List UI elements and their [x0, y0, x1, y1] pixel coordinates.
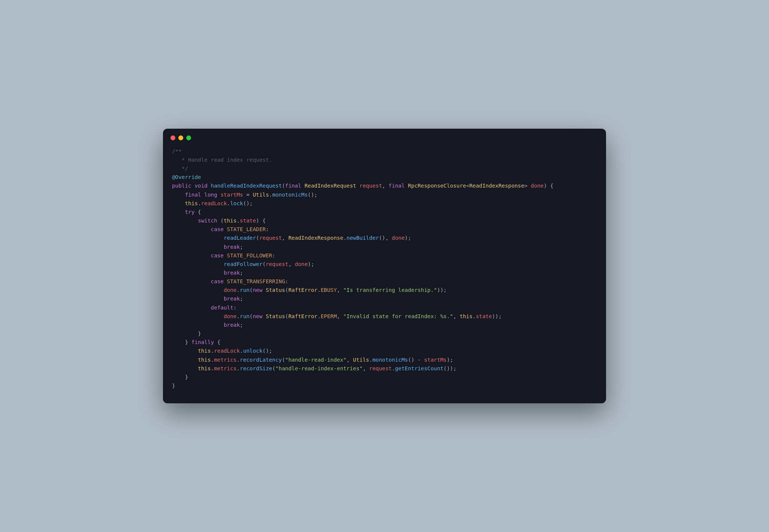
type: RpcResponseClosure [408, 183, 466, 189]
window-titlebar [163, 129, 606, 143]
param: request [369, 365, 392, 371]
string-literal: "Is transferring leadership." [343, 287, 437, 293]
property: readLock [201, 200, 227, 206]
method-call: unlock [243, 348, 262, 354]
property: metrics [214, 365, 237, 371]
param: done [224, 287, 237, 293]
method-call: monotonicMs [272, 192, 308, 198]
method-call: recordSize [240, 365, 272, 371]
type: ReadIndexResponse [288, 235, 343, 241]
type: Status [266, 313, 285, 319]
param: done [392, 235, 404, 241]
type: Status [266, 287, 285, 293]
constant: EPERM [321, 313, 337, 319]
keyword: break [224, 270, 240, 276]
string-literal: "handle-read-index-entries" [275, 365, 362, 371]
type: ReadIndexResponse [469, 183, 524, 189]
keyword: switch [198, 218, 217, 224]
type: Utils [353, 357, 369, 363]
param: request [259, 235, 282, 241]
property: state [240, 218, 256, 224]
constant: STATE_LEADER [227, 226, 265, 232]
method-call: newBuilder [347, 235, 379, 241]
keyword: new [253, 287, 262, 293]
string-literal: "handle-read-index" [285, 357, 347, 363]
param: done [224, 313, 237, 319]
comment-line: * Handle read index request. [172, 157, 272, 163]
method-call: lock [230, 200, 243, 206]
keyword: public [172, 183, 191, 189]
method-name: handleReadIndexRequest [211, 183, 282, 189]
keyword: case [211, 278, 223, 284]
param: done [295, 261, 308, 267]
this-keyword: this [185, 200, 198, 206]
keyword: new [253, 313, 262, 319]
keyword: break [224, 296, 240, 302]
method-call: readLeader [224, 235, 256, 241]
keyword: case [211, 252, 223, 258]
keyword: finally [191, 339, 214, 345]
code-window: /** * Handle read index request. */ @Ove… [163, 129, 606, 403]
type: RaftError [288, 287, 317, 293]
keyword: final [285, 183, 301, 189]
method-call: run [240, 313, 250, 319]
property: readLock [214, 348, 240, 354]
method-call: run [240, 287, 250, 293]
property: state [476, 313, 492, 319]
keyword: void [195, 183, 207, 189]
string-literal: "Invalid state for readIndex: %s." [343, 313, 453, 319]
property: metrics [214, 357, 237, 363]
type: RaftError [288, 313, 317, 319]
method-call: monotonicMs [372, 357, 408, 363]
this-keyword: this [198, 348, 211, 354]
minimize-button[interactable] [178, 135, 183, 140]
close-button[interactable] [170, 135, 175, 140]
keyword: default [211, 305, 233, 311]
keyword: break [224, 322, 240, 328]
annotation: @Override [172, 174, 201, 180]
constant: STATE_TRANSFERRING [227, 278, 285, 284]
keyword: final [185, 192, 201, 198]
type: Utils [253, 192, 269, 198]
this-keyword: this [460, 313, 472, 319]
keyword: case [211, 226, 223, 232]
param: done [531, 183, 544, 189]
param: request [359, 183, 382, 189]
this-keyword: this [198, 357, 211, 363]
keyword: try [185, 209, 195, 215]
this-keyword: this [198, 365, 211, 371]
comment-line: */ [172, 165, 188, 171]
constant: EBUSY [321, 287, 337, 293]
comment-line: /** [172, 148, 182, 154]
method-call: recordLatency [240, 357, 282, 363]
maximize-button[interactable] [186, 135, 191, 140]
method-call: getEntriesCount [395, 365, 443, 371]
type: ReadIndexRequest [305, 183, 356, 189]
param: request [266, 261, 288, 267]
method-call: readFollower [224, 261, 262, 267]
keyword: break [224, 244, 240, 250]
this-keyword: this [224, 218, 237, 224]
keyword: final [389, 183, 405, 189]
code-content[interactable]: /** * Handle read index request. */ @Ove… [163, 143, 606, 403]
constant: STATE_FOLLOWER [227, 252, 272, 258]
variable: startMs [424, 357, 446, 363]
variable: startMs [220, 192, 243, 198]
keyword: long [204, 192, 217, 198]
